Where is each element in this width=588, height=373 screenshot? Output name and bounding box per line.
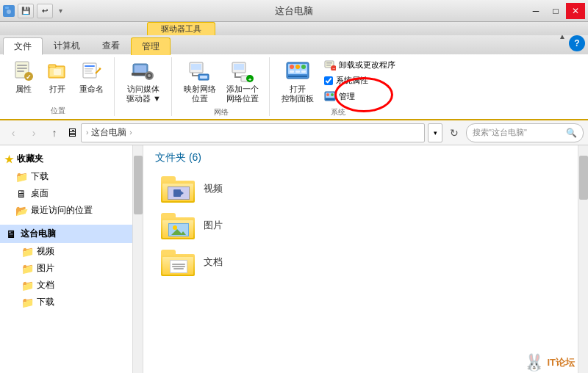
sidebar-item-downloads2[interactable]: 📁 下载 (0, 294, 132, 311)
manage-button[interactable]: 管理 (321, 89, 398, 104)
svg-rect-37 (288, 76, 307, 77)
close-button[interactable]: ✕ (566, 3, 585, 19)
app-icon (3, 5, 15, 17)
access-media-label: 访问媒体驱动器 ▼ (126, 84, 161, 104)
right-scroll-thumb[interactable] (579, 156, 588, 200)
tab-computer[interactable]: 计算机 (43, 37, 91, 54)
rename-label: 重命名 (79, 84, 104, 94)
forward-button[interactable]: › (25, 124, 43, 142)
left-tree: ★ 收藏夹 📁 下载 🖥 桌面 📂 最近访问的位置 🖥 这台电脑 (0, 145, 132, 315)
svg-rect-43 (301, 70, 306, 73)
sidebar-item-desktop[interactable]: 🖥 桌面 (0, 185, 132, 202)
maximize-button[interactable]: □ (546, 3, 565, 19)
svg-rect-45 (326, 62, 332, 64)
section-title: 文件夹 (6) (155, 151, 566, 164)
open-button[interactable]: 打开 (43, 57, 72, 96)
folder-grid: 视频 (155, 172, 566, 279)
properties-button[interactable]: ✓ 属性 (9, 57, 38, 96)
network-buttons: 映射网络位置 + 添加一个网络位置 (181, 57, 262, 106)
watermark-logo: 🐰 IT论坛 (517, 353, 575, 372)
ribbon-group-media: 访问媒体驱动器 ▼ (121, 57, 172, 116)
computer-icon: 🖥 (66, 126, 78, 140)
media-group-label (143, 106, 145, 116)
tab-manage[interactable]: 管理 (131, 37, 171, 55)
system-content: 打开控制面板 − 卸载或更改程序 (279, 57, 398, 106)
pictures-folder-icon: 📁 (21, 263, 34, 275)
tab-view[interactable]: 查看 (91, 37, 131, 54)
uninstall-label: 卸载或更改程序 (339, 59, 395, 70)
documents-folder-icon: 📁 (21, 280, 34, 291)
refresh-button[interactable]: ↻ (445, 124, 463, 142)
minimize-button[interactable]: ─ (526, 3, 545, 19)
documents-label: 文档 (37, 279, 54, 291)
svg-point-2 (7, 10, 11, 14)
drive-tools-bar: 驱动器工具 (0, 22, 588, 35)
left-scroll-thumb[interactable] (134, 156, 143, 214)
svg-point-53 (331, 93, 334, 96)
control-panel-button[interactable]: 打开控制面板 (279, 57, 317, 106)
favorites-label: 收藏夹 (17, 153, 43, 165)
search-box[interactable]: 搜索"这台电脑" 🔍 (466, 123, 584, 142)
uninstall-button[interactable]: − 卸载或更改程序 (321, 57, 398, 72)
add-network-label: 添加一个网络位置 (226, 84, 259, 104)
address-dropdown[interactable]: ▾ (428, 123, 442, 142)
sidebar-item-recent[interactable]: 📂 最近访问的位置 (0, 202, 132, 219)
properties-icon: ✓ (12, 59, 35, 83)
map-network-label: 映射网络位置 (184, 84, 216, 104)
this-pc-section[interactable]: 🖥 这台电脑 (0, 225, 132, 243)
svg-rect-17 (85, 73, 93, 74)
folder-item-document[interactable]: 文档 (155, 245, 566, 279)
title-bar-controls: ─ □ ✕ (526, 3, 585, 19)
quick-save-btn[interactable]: 💾 (18, 4, 34, 18)
left-scrollbar[interactable] (132, 145, 143, 373)
open-label: 打开 (49, 84, 65, 94)
rename-icon (80, 59, 104, 83)
downloads-label: 下载 (31, 170, 49, 183)
desktop-icon: 🖥 (15, 188, 28, 200)
location-group-label: 位置 (51, 104, 65, 116)
svg-rect-29 (200, 76, 207, 79)
add-network-button[interactable]: + 添加一个网络位置 (223, 57, 262, 106)
help-button[interactable]: ? (569, 35, 585, 51)
svg-rect-16 (85, 70, 92, 72)
access-media-button[interactable]: 访问媒体驱动器 ▼ (123, 57, 164, 106)
system-properties-button[interactable]: 系统属性 (321, 73, 398, 87)
ribbon-group-system: 打开控制面板 − 卸载或更改程序 (276, 57, 406, 116)
sidebar-item-downloads[interactable]: 📁 下载 (0, 168, 132, 185)
sidebar-item-documents[interactable]: 📁 文档 (0, 277, 132, 294)
uninstall-icon: − (324, 59, 336, 70)
tab-file[interactable]: 文件 (3, 37, 43, 55)
title-bar-left: 💾 ↩ ▾ (3, 4, 62, 18)
svg-rect-54 (173, 189, 181, 197)
search-icon[interactable]: 🔍 (566, 128, 577, 138)
control-panel-label: 打开控制面板 (282, 84, 314, 104)
path-this-pc: 这台电脑 (91, 126, 126, 139)
title-bar: 💾 ↩ ▾ 这台电脑 ─ □ ✕ (0, 0, 588, 22)
ribbon-tabs: 文件 计算机 查看 管理 ▲ ? (0, 35, 588, 54)
this-pc-icon: 🖥 (4, 228, 18, 240)
rename-button[interactable]: 重命名 (76, 57, 107, 96)
back-button[interactable]: ‹ (4, 124, 22, 142)
folder-item-picture[interactable]: 图片 (155, 209, 566, 242)
svg-rect-4 (17, 65, 27, 66)
sysprop-checkbox[interactable] (324, 76, 333, 85)
media-icon (132, 59, 155, 83)
map-network-button[interactable]: 映射网络位置 (181, 57, 219, 106)
right-scrollbar[interactable] (578, 145, 588, 373)
media-buttons: 访问媒体驱动器 ▼ (123, 57, 164, 106)
up-button[interactable]: ↑ (46, 124, 63, 142)
control-panel-icon (286, 59, 309, 83)
ribbon-group-location: ✓ 属性 打开 (6, 57, 115, 116)
address-path[interactable]: › 这台电脑 › (81, 123, 425, 142)
video-overlay (168, 186, 190, 200)
sidebar-item-pictures[interactable]: 📁 图片 (0, 260, 132, 277)
folder-item-video[interactable]: 视频 (155, 172, 566, 206)
location-buttons: ✓ 属性 打开 (9, 57, 107, 104)
sidebar-item-videos[interactable]: 📁 视频 (0, 243, 132, 260)
picture-folder-icon (161, 211, 196, 239)
open-icon (46, 59, 69, 83)
quick-undo-btn[interactable]: ↩ (37, 4, 53, 18)
main-content: 文件夹 (6) (143, 145, 578, 285)
properties-label: 属性 (15, 84, 32, 94)
drive-tools-label: 驱动器工具 (147, 22, 215, 35)
